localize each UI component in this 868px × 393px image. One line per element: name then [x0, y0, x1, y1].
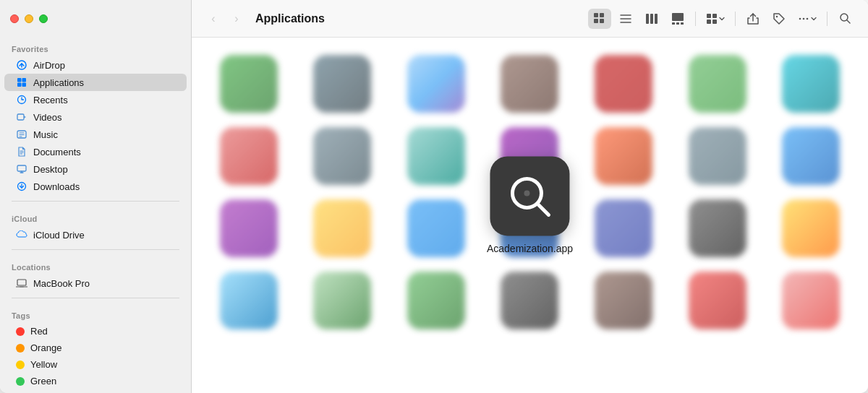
svg-rect-7	[17, 114, 24, 120]
icloud-section-header: iCloud	[0, 207, 191, 226]
red-tag-dot	[16, 327, 25, 336]
svg-rect-26	[594, 19, 598, 23]
list-item[interactable]	[782, 55, 840, 113]
focused-app[interactable]: Academization.app	[487, 156, 573, 254]
list-item[interactable]	[407, 199, 465, 257]
list-item[interactable]	[782, 127, 840, 185]
view-list-button[interactable]	[614, 9, 637, 29]
list-item[interactable]	[595, 272, 652, 329]
list-item[interactable]	[689, 55, 746, 113]
sidebar-item-icloud-drive[interactable]: iCloud Drive	[4, 226, 187, 243]
main-content: ‹ › Applications	[192, 0, 868, 393]
favorites-section-header: Favorites	[0, 38, 191, 56]
yellow-tag-dot	[16, 360, 25, 369]
svg-rect-16	[17, 165, 26, 171]
svg-rect-27	[600, 19, 604, 23]
more-button[interactable]	[793, 9, 821, 29]
list-item[interactable]	[313, 199, 371, 257]
sidebar-item-desktop[interactable]: Desktop	[4, 160, 187, 178]
list-item[interactable]	[220, 127, 278, 185]
svg-rect-5	[22, 83, 27, 87]
list-item[interactable]	[220, 272, 278, 329]
search-icon	[839, 12, 851, 25]
list-item[interactable]	[407, 272, 465, 329]
orange-tag-dot	[16, 344, 25, 353]
toolbar-divider-2	[735, 12, 736, 26]
list-item[interactable]	[689, 272, 746, 329]
list-item[interactable]	[689, 199, 746, 257]
forward-button[interactable]: ›	[226, 9, 247, 29]
svg-rect-33	[655, 14, 658, 24]
sidebar-item-applications[interactable]: Applications	[4, 74, 187, 91]
sidebar-item-label: Applications	[33, 77, 84, 88]
list-item[interactable]	[689, 127, 746, 185]
list-item[interactable]	[501, 272, 558, 329]
view-icons-button[interactable]	[588, 9, 611, 29]
close-button[interactable]	[10, 14, 19, 23]
sidebar-item-documents[interactable]: Documents	[4, 143, 187, 160]
sidebar-item-tag-orange[interactable]: Orange	[4, 340, 187, 356]
content-area[interactable]: Academization.app	[192, 38, 868, 393]
list-item[interactable]	[220, 55, 278, 113]
back-button[interactable]: ‹	[203, 9, 224, 29]
sidebar-item-music[interactable]: Music	[4, 126, 187, 143]
sidebar-item-label: Orange	[30, 342, 61, 353]
sidebar-item-videos[interactable]: Videos	[4, 108, 187, 126]
toolbar: ‹ › Applications	[192, 0, 868, 38]
list-item[interactable]	[313, 127, 371, 185]
sidebar-divider-1	[12, 201, 179, 202]
view-gallery-button[interactable]	[666, 9, 689, 29]
list-item[interactable]	[313, 55, 371, 113]
svg-rect-39	[712, 14, 717, 18]
list-item[interactable]	[407, 55, 465, 113]
svg-rect-35	[672, 22, 675, 25]
sidebar-item-tag-green[interactable]: Green	[4, 373, 187, 389]
sidebar-item-airdrop[interactable]: AirDrop	[4, 56, 187, 74]
minimize-button[interactable]	[25, 14, 33, 23]
focused-app-name: Academization.app	[487, 243, 573, 254]
music-icon	[16, 129, 27, 140]
maximize-button[interactable]	[39, 14, 48, 23]
svg-rect-24	[594, 13, 598, 17]
sidebar-item-tag-red[interactable]: Red	[4, 323, 187, 340]
list-item[interactable]	[595, 127, 652, 185]
sidebar-item-recents[interactable]: Recents	[4, 91, 187, 108]
svg-rect-37	[681, 22, 684, 25]
list-item[interactable]	[313, 272, 371, 329]
sidebar-item-downloads[interactable]: Downloads	[4, 178, 187, 195]
list-item[interactable]	[595, 199, 652, 257]
list-item[interactable]	[220, 199, 278, 257]
sidebar-item-label: Videos	[33, 112, 62, 123]
titlebar	[0, 0, 192, 38]
desktop-icon	[16, 163, 27, 175]
sidebar: Favorites AirDrop Applications	[0, 0, 192, 393]
toolbar-divider-1	[695, 12, 696, 26]
list-item[interactable]	[782, 199, 840, 257]
svg-rect-25	[600, 13, 604, 17]
svg-point-43	[799, 17, 801, 20]
magnifying-glass-icon	[505, 171, 554, 220]
share-button[interactable]	[741, 9, 765, 29]
documents-icon	[16, 146, 27, 157]
chevron-down-icon	[719, 16, 725, 22]
sidebar-item-label: Recents	[33, 95, 68, 105]
list-item[interactable]	[501, 55, 558, 113]
laptop-icon	[16, 277, 27, 289]
sidebar-item-label: Red	[30, 326, 48, 337]
sidebar-divider-2	[12, 249, 179, 250]
group-button[interactable]	[702, 9, 729, 29]
sidebar-item-tag-yellow[interactable]: Yellow	[4, 356, 187, 373]
search-button[interactable]	[833, 9, 856, 29]
svg-rect-40	[707, 20, 711, 24]
svg-rect-36	[676, 22, 679, 25]
tag-button[interactable]	[767, 9, 791, 29]
svg-point-42	[776, 15, 778, 17]
nav-buttons: ‹ ›	[203, 9, 247, 29]
sidebar-item-macbook-pro[interactable]: MacBook Pro	[4, 275, 187, 292]
list-item[interactable]	[595, 55, 652, 113]
sidebar-item-label: Documents	[33, 147, 81, 157]
list-item[interactable]	[782, 272, 840, 329]
view-columns-button[interactable]	[640, 9, 663, 29]
list-item[interactable]	[407, 127, 465, 185]
icloud-icon	[16, 229, 27, 241]
